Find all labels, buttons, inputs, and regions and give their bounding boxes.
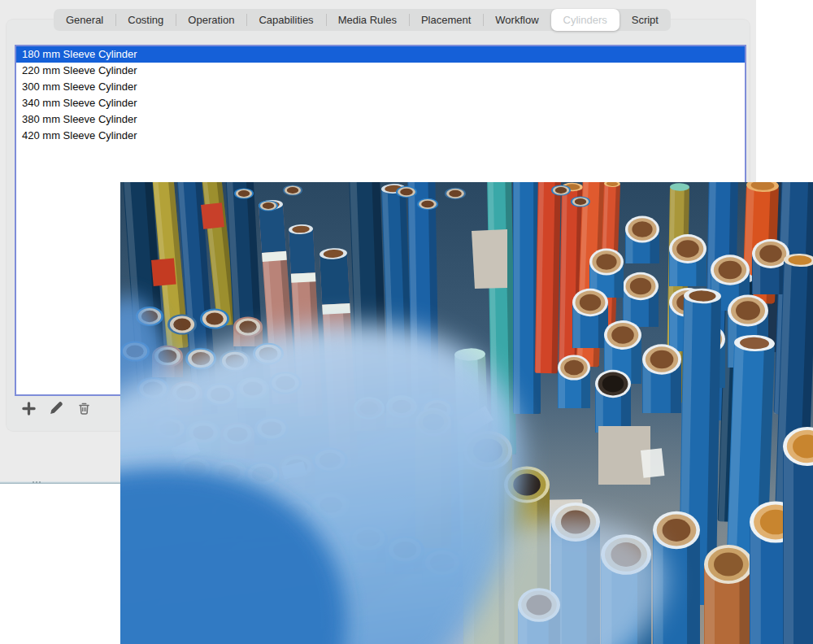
photo-overlay <box>120 182 813 644</box>
list-item[interactable]: 380 mm Sleeve Cylinder <box>16 111 745 128</box>
tab-media-rules[interactable]: Media Rules <box>326 9 409 31</box>
list-item[interactable]: 340 mm Sleeve Cylinder <box>16 95 745 111</box>
list-item[interactable]: 300 mm Sleeve Cylinder <box>16 79 745 95</box>
tab-general[interactable]: General <box>54 9 115 31</box>
tab-capabilities[interactable]: Capabilities <box>246 9 325 31</box>
list-toolbar <box>20 398 93 418</box>
tab-costing[interactable]: Costing <box>115 9 176 31</box>
delete-button[interactable] <box>75 398 93 418</box>
list-item[interactable]: 220 mm Sleeve Cylinder <box>16 63 745 79</box>
list-item[interactable]: 420 mm Sleeve Cylinder <box>16 128 745 144</box>
divider-handle-icon <box>33 481 34 483</box>
list-item[interactable]: 180 mm Sleeve Cylinder <box>16 46 745 63</box>
edit-icon <box>49 401 63 416</box>
tab-script[interactable]: Script <box>620 9 671 31</box>
tab-bar: GeneralCostingOperationCapabilitiesMedia… <box>54 9 671 31</box>
add-button[interactable] <box>20 398 37 418</box>
add-icon <box>22 402 36 416</box>
tab-placement[interactable]: Placement <box>409 9 483 31</box>
edit-button[interactable] <box>47 398 65 418</box>
cylinder-warehouse-photo <box>120 182 813 644</box>
tab-cylinders[interactable]: Cylinders <box>551 9 620 31</box>
delete-icon <box>77 402 91 416</box>
page: GeneralCostingOperationCapabilitiesMedia… <box>0 0 813 644</box>
tab-workflow[interactable]: Workflow <box>483 9 550 31</box>
tab-operation[interactable]: Operation <box>176 9 246 31</box>
